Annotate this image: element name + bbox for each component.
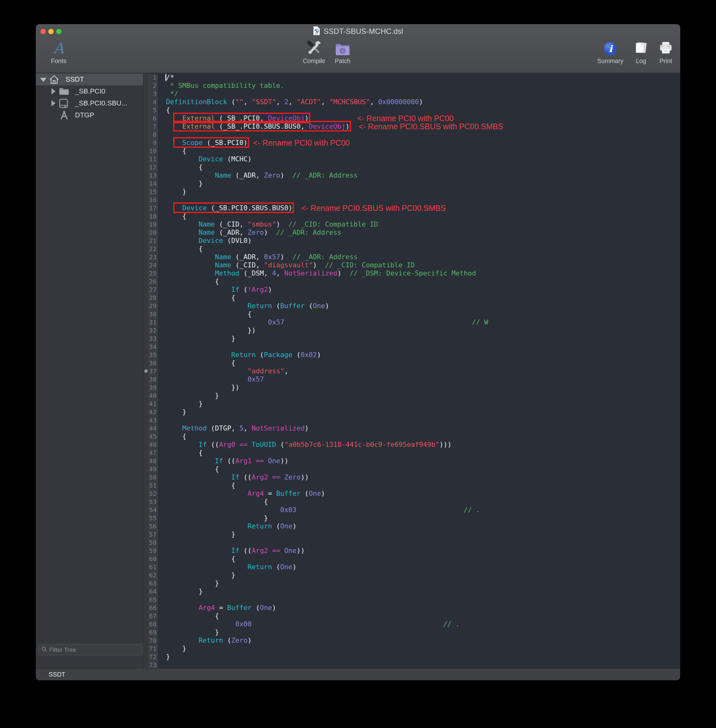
close-button[interactable] — [41, 29, 46, 34]
code-line[interactable]: 4DefinitionBlock ("", "SSDT", 2, "ACDT",… — [143, 98, 680, 106]
code-line[interactable]: 11 Device (MCHC) — [143, 155, 680, 163]
code-line-text[interactable]: Method (DTGP, 5, NotSerialized) — [158, 424, 680, 432]
code-line-text[interactable] — [158, 416, 680, 424]
code-line-text[interactable]: If ((Arg0 == ToUUID ("a0b5b7c6-1318-441c… — [158, 441, 680, 449]
code-line-text[interactable]: If (!Arg2) — [158, 285, 680, 294]
code-line[interactable]: 62 } — [143, 571, 680, 579]
code-line[interactable]: 15 } — [143, 188, 680, 196]
code-line-text[interactable]: } — [158, 571, 680, 579]
code-line-text[interactable]: Device (_SB.PCI0.SBUS.BUS0)<- Rename PCI… — [158, 204, 680, 212]
code-line[interactable]: 30 { — [143, 310, 680, 318]
code-line-text[interactable]: 0x00 // . — [158, 620, 680, 628]
sidebar-item-dtgp[interactable]: DTGP — [36, 109, 143, 121]
code-line[interactable]: 50 If ((Arg2 == Zero)) — [143, 473, 680, 481]
code-line-text[interactable]: If ((Arg1 == One)) — [158, 457, 680, 465]
code-line[interactable]: 43 — [143, 416, 680, 424]
code-line-text[interactable]: } — [158, 628, 680, 636]
code-line[interactable]: 6 External (_SB_.PCI0, DeviceObj)<- Rena… — [143, 114, 680, 122]
code-line-text[interactable]: Return (Buffer (One) — [158, 302, 680, 310]
toolbar-patch-button[interactable]: Patch — [331, 40, 355, 65]
code-line-text[interactable]: } — [158, 391, 680, 400]
code-line-text[interactable]: DefinitionBlock ("", "SSDT", 2, "ACDT", … — [158, 98, 680, 106]
code-line[interactable]: 24 Name (_CID, "diagsvault") // _CID: Co… — [143, 261, 680, 269]
code-line[interactable]: 10 { — [143, 147, 680, 155]
code-line[interactable]: 5{ — [143, 106, 680, 114]
code-line-text[interactable]: } — [158, 579, 680, 587]
code-line-text[interactable]: } — [158, 530, 680, 538]
code-line-text[interactable]: { — [158, 147, 680, 155]
toolbar-print-button[interactable]: Print — [655, 40, 677, 65]
sidebar-item--sb-pci0-sbu-[interactable]: _SB.PCI0.SBU... — [36, 97, 143, 109]
code-line[interactable]: 23 Name (_ADR, 0x57) // _ADR: Address — [143, 253, 680, 261]
code-line[interactable]: 28 { — [143, 294, 680, 302]
code-line[interactable]: 22 { — [143, 245, 680, 253]
toolbar-summary-button[interactable]: iSummary — [594, 40, 626, 65]
code-line[interactable]: 47 { — [143, 449, 680, 457]
toolbar-log-button[interactable]: Log — [632, 40, 651, 65]
code-line[interactable]: 13 Name (_ADR, Zero) // _ADR: Address — [143, 171, 680, 179]
code-line-text[interactable]: } — [158, 514, 680, 522]
code-line[interactable]: 68 0x00 // . — [143, 620, 680, 628]
code-line-text[interactable]: { — [158, 555, 680, 563]
code-line[interactable]: 1/* — [143, 73, 680, 82]
code-line[interactable]: 32 }) — [143, 326, 680, 335]
code-line-text[interactable]: Arg4 = Buffer (One) — [158, 490, 680, 497]
code-line-text[interactable]: { — [158, 449, 680, 457]
code-line[interactable]: 61 Return (One) — [143, 563, 680, 571]
code-line-text[interactable]: "address", — [158, 367, 680, 375]
code-line[interactable]: 52 Arg4 = Buffer (One) — [143, 490, 680, 497]
code-line-text[interactable]: { — [158, 359, 680, 367]
code-line-text[interactable]: 0x03 // . — [158, 506, 680, 514]
code-line-text[interactable]: { — [158, 163, 680, 171]
code-line-text[interactable]: } — [158, 587, 680, 596]
code-line[interactable]: 73 — [143, 661, 680, 669]
code-line[interactable]: 31 0x57 // W — [143, 318, 680, 326]
code-line[interactable]: 20 Name (_ADR, Zero) // _ADR: Address — [143, 229, 680, 237]
code-line-text[interactable]: { — [158, 294, 680, 302]
code-line-text[interactable]: { — [158, 310, 680, 318]
code-line-text[interactable]: External (_SB_.PCI0, DeviceObj)<- Rename… — [158, 114, 680, 122]
code-line-text[interactable] — [158, 661, 680, 669]
code-line[interactable]: 40 } — [143, 391, 680, 400]
code-line-text[interactable]: Return (One) — [158, 563, 680, 571]
zoom-button[interactable] — [56, 29, 62, 34]
code-line-text[interactable]: } — [158, 645, 680, 653]
filter-field[interactable] — [38, 645, 143, 655]
code-line-text[interactable]: If ((Arg2 == Zero)) — [158, 473, 680, 481]
code-editor[interactable]: 1/*2 * SMBus compatibility table.3 */4De… — [143, 73, 680, 669]
code-line-text[interactable]: Name (_CID, "smbus") // _CID: Compatible… — [158, 220, 680, 229]
code-line-text[interactable]: { — [158, 245, 680, 253]
code-line-text[interactable]: Return (One) — [158, 522, 680, 530]
code-line[interactable]: 14 } — [143, 179, 680, 188]
code-line-text[interactable]: } — [158, 400, 680, 408]
code-line-text[interactable]: Return (Zero) — [158, 636, 680, 645]
code-line-text[interactable]: Device (MCHC) — [158, 155, 680, 163]
code-line[interactable]: 54 0x03 // . — [143, 506, 680, 514]
code-line[interactable]: 39 }) — [143, 384, 680, 391]
code-line[interactable]: 67 { — [143, 612, 680, 620]
code-line[interactable]: 25 Method (_DSM, 4, NotSerialized) // _D… — [143, 269, 680, 278]
code-line[interactable]: 16 — [143, 196, 680, 204]
code-line[interactable]: 38 0x57 — [143, 375, 680, 384]
code-line[interactable]: 46 If ((Arg0 == ToUUID ("a0b5b7c6-1318-4… — [143, 441, 680, 449]
code-line[interactable]: 69 } — [143, 628, 680, 636]
code-line[interactable]: 49 { — [143, 465, 680, 473]
code-line-text[interactable]: Scope (_SB.PCI0)<- Rename PCI0 with PC00 — [158, 139, 680, 147]
code-line-text[interactable]: Device (DVL0) — [158, 237, 680, 245]
code-line[interactable]: 72} — [143, 653, 680, 661]
code-line[interactable]: 26 { — [143, 278, 680, 285]
code-line[interactable]: 33 } — [143, 335, 680, 343]
code-line-text[interactable]: If ((Arg2 == One)) — [158, 547, 680, 555]
code-line-text[interactable]: 0x57 — [158, 375, 680, 384]
code-line[interactable]: 66 Arg4 = Buffer (One) — [143, 604, 680, 612]
code-line[interactable]: 60 { — [143, 555, 680, 563]
sidebar-item--sb-pci0[interactable]: _SB.PCI0 — [36, 85, 143, 97]
code-line-text[interactable]: 0x57 // W — [158, 318, 680, 326]
code-line[interactable]: 9 Scope (_SB.PCI0)<- Rename PCI0 with PC… — [143, 139, 680, 147]
code-line[interactable]: 64 } — [143, 587, 680, 596]
code-line-text[interactable]: { — [158, 106, 680, 114]
code-line[interactable]: 19 Name (_CID, "smbus") // _CID: Compati… — [143, 220, 680, 229]
code-line-text[interactable]: Return (Package (0x02) — [158, 351, 680, 359]
titlebar[interactable]: DSL SSDT-SBUS-MCHC.dsl — [36, 24, 680, 39]
code-line[interactable]: 48 If ((Arg1 == One)) — [143, 457, 680, 465]
